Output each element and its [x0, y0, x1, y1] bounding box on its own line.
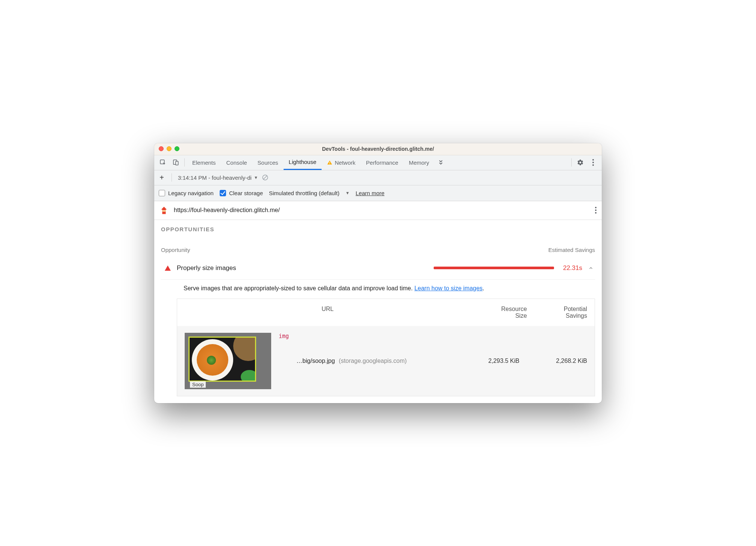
- svg-rect-4: [329, 164, 330, 164]
- opportunity-label: Properly size images: [177, 264, 236, 272]
- svg-line-9: [263, 176, 267, 180]
- tab-memory[interactable]: Memory: [404, 155, 434, 170]
- new-report-button[interactable]: +: [158, 173, 165, 182]
- window-title: DevTools - foul-heavenly-direction.glitc…: [322, 146, 434, 152]
- inspect-element-icon[interactable]: [158, 158, 168, 167]
- throttle-label: Simulated throttling (default): [269, 190, 340, 196]
- col-savings: Estimated Savings: [548, 247, 595, 253]
- learn-link[interactable]: Learn how to size images: [414, 285, 483, 291]
- col-potential-savings: Potential Savings: [527, 306, 587, 319]
- svg-rect-11: [162, 210, 165, 212]
- url-path: …big/soop.jpg: [296, 358, 335, 364]
- warning-icon: [327, 160, 332, 165]
- kebab-menu-icon[interactable]: [588, 158, 598, 167]
- svg-point-5: [592, 159, 594, 161]
- checkbox-unchecked-icon: [159, 190, 165, 196]
- opportunities-header: Opportunity Estimated Savings: [161, 247, 595, 253]
- table-row: Soop img …big/soop.jpg (storage.googleap…: [177, 326, 595, 396]
- lighthouse-logo-icon: [159, 205, 169, 215]
- col-resource-size: Resource Size: [471, 306, 527, 319]
- potential-savings: 2,268.2 KiB: [527, 358, 587, 364]
- minimize-button[interactable]: [167, 146, 172, 151]
- tab-sources[interactable]: Sources: [252, 155, 284, 170]
- dropdown-caret-icon: ▼: [346, 191, 350, 195]
- tab-network[interactable]: Network: [322, 155, 361, 170]
- svg-point-12: [595, 207, 597, 208]
- svg-point-6: [592, 162, 594, 163]
- device-toggle-icon[interactable]: [171, 158, 181, 167]
- tab-console[interactable]: Console: [221, 155, 252, 170]
- close-button[interactable]: [159, 146, 164, 151]
- divider: [184, 158, 185, 167]
- window-controls: [159, 146, 179, 151]
- svg-point-14: [595, 212, 597, 214]
- tab-lighthouse[interactable]: Lighthouse: [284, 155, 322, 170]
- throttling-select[interactable]: Simulated throttling (default) ▼: [269, 190, 350, 196]
- more-tabs-icon[interactable]: [436, 158, 446, 167]
- description-text: Serve images that are appropriately-size…: [184, 285, 414, 291]
- svg-point-7: [592, 164, 594, 166]
- clear-storage-label: Clear storage: [229, 190, 263, 196]
- tab-elements[interactable]: Elements: [187, 155, 221, 170]
- opportunities-section: OPPORTUNITIES Opportunity Estimated Savi…: [154, 220, 602, 299]
- tab-network-label: Network: [335, 159, 355, 166]
- tab-performance[interactable]: Performance: [361, 155, 404, 170]
- col-url: URL: [185, 306, 471, 319]
- chevron-up-icon: [588, 265, 594, 271]
- url-domain: (storage.googleapis.com): [339, 358, 407, 364]
- savings-value: 22.31s: [563, 264, 582, 272]
- report-menu-icon[interactable]: [595, 207, 597, 214]
- fail-triangle-icon: [165, 265, 171, 271]
- col-opportunity: Opportunity: [161, 247, 190, 253]
- svg-rect-3: [329, 162, 330, 163]
- svg-rect-2: [176, 161, 178, 165]
- legacy-label: Legacy navigation: [168, 190, 214, 196]
- resource-url[interactable]: …big/soop.jpg (storage.googleapis.com): [296, 358, 455, 364]
- panel-tabs: Elements Console Sources Lighthouse Netw…: [187, 155, 434, 170]
- tested-url: https://foul-heavenly-direction.glitch.m…: [174, 207, 590, 214]
- opportunity-details-table: URL Resource Size Potential Savings Soop: [177, 299, 595, 396]
- savings-bar: [434, 267, 554, 269]
- image-thumbnail[interactable]: Soop: [185, 333, 271, 389]
- svg-point-13: [595, 209, 597, 211]
- report-label: 3:14:14 PM - foul-heavenly-di: [178, 174, 252, 181]
- settings-gear-icon[interactable]: [575, 158, 585, 167]
- lighthouse-options: Legacy navigation Clear storage Simulate…: [154, 185, 602, 201]
- report-select[interactable]: 3:14:14 PM - foul-heavenly-di ▼: [178, 174, 258, 181]
- divider: [172, 173, 172, 182]
- table-header: URL Resource Size Potential Savings: [177, 299, 595, 326]
- dropdown-caret-icon: ▼: [254, 175, 258, 180]
- checkbox-checked-icon: [220, 190, 226, 196]
- element-tag: img: [279, 333, 289, 340]
- svg-rect-10: [162, 209, 165, 214]
- period: .: [483, 285, 484, 291]
- divider: [571, 158, 572, 167]
- thumb-caption: Soop: [190, 381, 206, 388]
- lighthouse-toolbar: + 3:14:14 PM - foul-heavenly-di ▼: [154, 170, 602, 185]
- titlebar: DevTools - foul-heavenly-direction.glitc…: [154, 143, 602, 155]
- clear-icon[interactable]: [262, 174, 269, 181]
- maximize-button[interactable]: [175, 146, 179, 151]
- savings-bar-wrap: [236, 267, 563, 269]
- legacy-navigation-option[interactable]: Legacy navigation: [159, 190, 214, 196]
- tabs-bar: Elements Console Sources Lighthouse Netw…: [154, 155, 602, 170]
- report-header: https://foul-heavenly-direction.glitch.m…: [154, 201, 602, 220]
- learn-more-link[interactable]: Learn more: [355, 190, 384, 196]
- opportunity-row[interactable]: Properly size images 22.31s: [161, 257, 595, 280]
- devtools-window: DevTools - foul-heavenly-direction.glitc…: [154, 143, 602, 403]
- resource-size: 2,293.5 KiB: [463, 358, 519, 364]
- section-title: OPPORTUNITIES: [161, 226, 595, 232]
- opportunity-description: Serve images that are appropriately-size…: [161, 280, 595, 299]
- clear-storage-option[interactable]: Clear storage: [220, 190, 263, 196]
